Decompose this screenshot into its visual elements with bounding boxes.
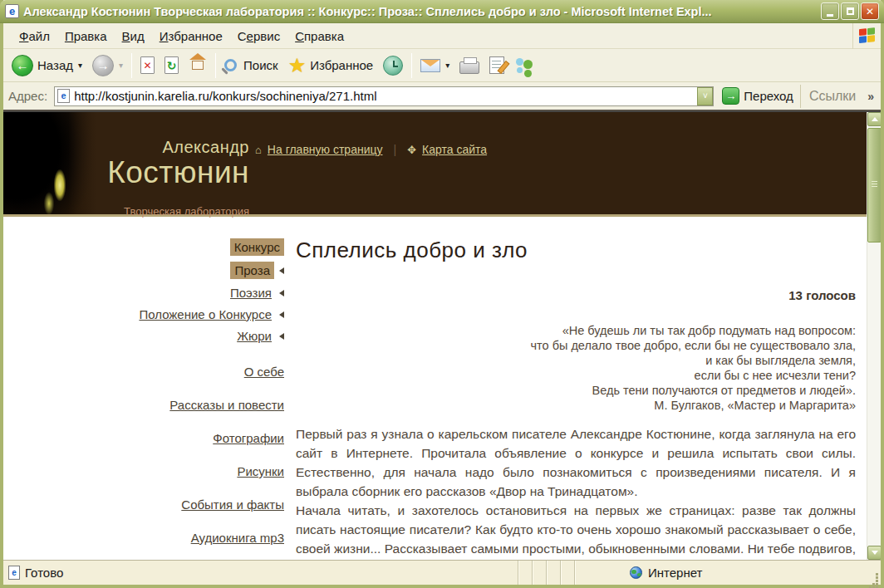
links-overflow-chevron-icon[interactable]: » bbox=[867, 90, 874, 103]
search-button[interactable]: Поиск bbox=[219, 56, 283, 75]
epigraph: «Не будешь ли ты так добр подумать над в… bbox=[296, 323, 856, 413]
sidebar-item[interactable]: Положение о Конкурсе bbox=[3, 306, 284, 322]
stop-button[interactable]: ✕ bbox=[135, 54, 160, 76]
scroll-up-button[interactable] bbox=[867, 112, 881, 126]
menu-item[interactable]: Файл bbox=[12, 26, 57, 47]
mail-dropdown-icon[interactable]: ▾ bbox=[445, 61, 449, 70]
back-icon: ← bbox=[12, 55, 33, 76]
address-url[interactable]: http://kostjunin.karelia.ru/konkurs/soch… bbox=[74, 89, 697, 103]
status-pane bbox=[532, 561, 546, 585]
sidebar-link[interactable]: Рассказы и повести bbox=[169, 398, 284, 412]
sidebar-link[interactable]: Рисунки bbox=[237, 464, 284, 478]
vertical-scrollbar[interactable] bbox=[867, 112, 881, 560]
forward-icon: → bbox=[92, 55, 114, 76]
status-page-icon: e bbox=[8, 566, 20, 580]
sidebar-link-item: Аудиокнига mp3 bbox=[3, 531, 284, 545]
sidebar-link-item: Рассказы и повести bbox=[3, 398, 284, 412]
maximize-icon bbox=[847, 7, 854, 15]
toolbar-separator bbox=[411, 53, 412, 78]
menu-item-hotkey: Ф bbox=[19, 29, 28, 43]
forward-dropdown-icon: ▾ bbox=[119, 61, 123, 70]
edit-icon bbox=[489, 56, 504, 74]
menu-item-post: рвис bbox=[253, 29, 280, 43]
address-input[interactable]: e http://kostjunin.karelia.ru/konkurs/so… bbox=[54, 86, 714, 106]
menu-bar: Файл Правка Вид Избранное Сервис Справка bbox=[3, 23, 881, 49]
messenger-button[interactable] bbox=[509, 54, 539, 77]
favorites-button[interactable]: ★ Избранное bbox=[283, 55, 379, 76]
author-first-name: Александр bbox=[3, 138, 249, 157]
links-label: Ссылки bbox=[809, 89, 856, 104]
site-logo: Александр Костюнин Творческая лаборатори… bbox=[3, 112, 249, 218]
menu-item[interactable]: Сервис bbox=[230, 26, 287, 47]
back-dropdown-icon[interactable]: ▾ bbox=[78, 61, 82, 70]
sidebar-item-label[interactable]: Положение о Конкурсе bbox=[136, 306, 274, 322]
menu-item-hotkey: В bbox=[122, 29, 130, 43]
links-toolbar[interactable]: Ссылки » bbox=[800, 85, 876, 108]
sidebar-item[interactable]: Конкурс bbox=[3, 238, 284, 256]
sidebar-item[interactable]: Жюри bbox=[3, 328, 284, 344]
menu-item-post: ид bbox=[130, 29, 145, 43]
maximize-button[interactable] bbox=[841, 2, 859, 20]
sidebar-item-label[interactable]: Жюри bbox=[234, 328, 274, 344]
epigraph-line: если бы с нее исчезли тени? bbox=[296, 368, 856, 383]
author-last-name: Костюнин bbox=[3, 157, 249, 189]
epigraph-line: Ведь тени получаются от предметов и люде… bbox=[296, 383, 856, 398]
edit-button[interactable] bbox=[484, 54, 509, 76]
status-message-pane: e Готово bbox=[3, 561, 518, 585]
history-button[interactable] bbox=[378, 53, 408, 78]
back-label: Назад bbox=[37, 58, 73, 72]
menu-item[interactable]: Справка bbox=[287, 26, 351, 47]
menu-item[interactable]: Правка bbox=[57, 26, 115, 47]
menu-item[interactable]: Избранное bbox=[152, 26, 230, 47]
standard-toolbar: ← Назад ▾ → ▾ ✕ ↻ Поиск ★ Избранное bbox=[3, 49, 881, 82]
stop-icon: ✕ bbox=[140, 56, 155, 74]
mail-icon bbox=[420, 59, 440, 72]
home-button[interactable] bbox=[184, 54, 212, 76]
zone-label: Интернет bbox=[648, 566, 702, 580]
sidebar-item[interactable]: Проза bbox=[3, 262, 284, 279]
menu-item[interactable]: Вид bbox=[115, 26, 152, 47]
sidebar-link[interactable]: Аудиокнига mp3 bbox=[191, 531, 284, 545]
refresh-button[interactable]: ↻ bbox=[160, 54, 184, 76]
sidebar-item-label[interactable]: Проза bbox=[230, 262, 274, 279]
mail-button[interactable]: ▾ bbox=[415, 56, 454, 75]
site-subtitle: Творческая лаборатория bbox=[3, 205, 249, 218]
scroll-down-button[interactable] bbox=[867, 546, 881, 560]
window-title: Александр Костюнин Творческая лаборатори… bbox=[23, 5, 819, 18]
go-label: Переход bbox=[744, 89, 793, 103]
menu-item-post: айл bbox=[28, 29, 49, 43]
refresh-icon: ↻ bbox=[165, 56, 179, 74]
epigraph-line: что бы делало твое добро, если бы не сущ… bbox=[296, 338, 856, 353]
security-zone-pane: Интернет bbox=[574, 561, 867, 585]
home-page-link[interactable]: На главную страницу bbox=[268, 143, 383, 156]
printer-icon bbox=[459, 61, 479, 74]
epigraph-line: М. Булгаков, «Мастер и Маргарита» bbox=[296, 398, 856, 413]
sidebar-link[interactable]: О себе bbox=[244, 365, 284, 379]
sidebar-arrow-icon bbox=[279, 290, 284, 296]
titlebar[interactable]: e Александр Костюнин Творческая лаборато… bbox=[0, 0, 884, 23]
go-icon: → bbox=[722, 87, 739, 105]
address-dropdown-button[interactable]: ˅ bbox=[697, 87, 713, 105]
minimize-button[interactable] bbox=[821, 2, 839, 20]
epigraph-line: и как бы выглядела земля, bbox=[296, 353, 856, 368]
print-button[interactable] bbox=[454, 55, 484, 76]
sidebar-item-label[interactable]: Конкурс bbox=[230, 238, 284, 256]
minimize-icon bbox=[827, 14, 833, 17]
scrollbar-thumb[interactable] bbox=[867, 128, 881, 243]
resize-grip[interactable] bbox=[867, 561, 881, 585]
sidebar-item-label[interactable]: Поэзия bbox=[228, 285, 274, 301]
back-button[interactable]: ← Назад ▾ bbox=[7, 52, 87, 79]
status-text: Готово bbox=[25, 566, 63, 580]
forward-button[interactable]: → ▾ bbox=[87, 52, 128, 79]
address-label: Адрес: bbox=[8, 89, 47, 103]
go-button[interactable]: → Переход bbox=[722, 87, 793, 105]
sitemap-link[interactable]: Карта сайта bbox=[422, 143, 487, 156]
sidebar-item[interactable]: Поэзия bbox=[3, 285, 284, 301]
page-icon: e bbox=[57, 89, 70, 103]
menu-item-post: равка bbox=[74, 29, 107, 43]
sidebar-link[interactable]: События и факты bbox=[181, 497, 284, 512]
sidebar-link[interactable]: Фотографии bbox=[213, 431, 284, 445]
menu-item-hotkey: С bbox=[295, 29, 304, 43]
close-button[interactable]: ✕ bbox=[861, 2, 879, 20]
header-links: ⌂ На главную страницу | ✥ Карта сайта bbox=[255, 143, 487, 156]
